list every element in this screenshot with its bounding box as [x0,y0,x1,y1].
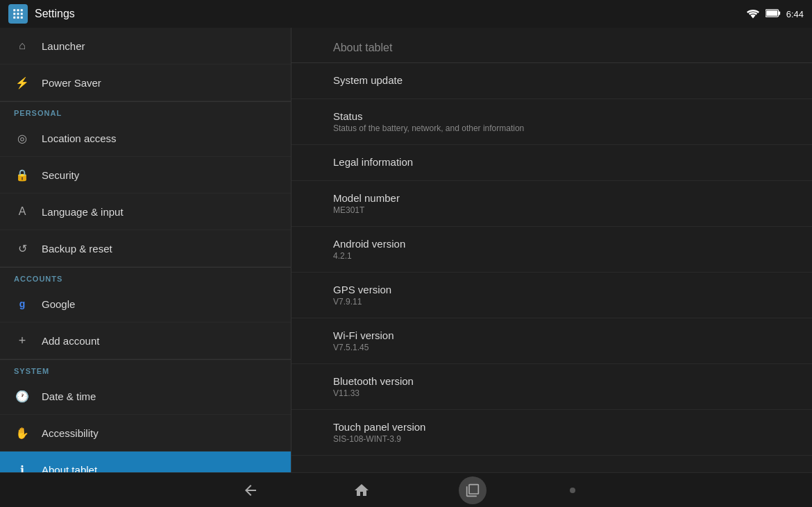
svg-rect-2 [766,10,777,16]
sidebar-item-power-saver-label: Power Saver [42,77,101,89]
content-item-model-number[interactable]: Model number ME301T [291,181,812,227]
sidebar-item-launcher[interactable]: ⌂ Launcher [0,28,291,65]
backup-icon: ↺ [14,240,31,257]
sidebar-item-about-tablet-label: About tablet [42,464,97,473]
accessibility-icon: ✋ [14,424,31,441]
sidebar-item-power-saver[interactable]: ⚡ Power Saver [0,65,291,101]
power-icon: ⚡ [14,74,31,91]
settings-app-icon [8,4,28,24]
gps-version-value: V7.9.11 [333,297,770,307]
wifi-icon [746,8,760,21]
sidebar-item-add-account[interactable]: + Add account [0,323,291,359]
sidebar-item-accessibility-label: Accessibility [42,427,99,439]
status-icons: 6:44 [746,8,804,21]
system-update-title: System update [333,74,770,86]
touch-panel-version-value: SIS-108-WINT-3.9 [333,434,770,444]
section-system: SYSTEM [0,359,291,378]
top-bar: Settings 6:44 [0,0,812,28]
bluetooth-version-value: V11.33 [333,388,770,398]
content-item-status[interactable]: Status Status of the battery, network, a… [291,99,812,145]
android-version-value: 4.2.1 [333,251,770,261]
app-title: Settings [35,8,75,20]
sidebar-item-security[interactable]: 🔒 Security [0,157,291,194]
content-area: About tablet System update Status Status… [291,28,812,472]
status-title: Status [333,110,770,122]
touch-panel-version-title: Touch panel version [333,421,770,433]
sidebar-item-date-time[interactable]: 🕐 Date & time [0,378,291,415]
content-item-legal-information[interactable]: Legal information [291,145,812,181]
section-accounts: ACCOUNTS [0,267,291,286]
status-subtitle: Status of the battery, network, and othe… [333,123,770,133]
sidebar-item-backup-label: Backup & reset [42,243,112,255]
gps-version-title: GPS version [333,284,770,295]
keyboard-icon: A [14,203,31,220]
android-version-title: Android version [333,238,770,250]
content-item-android-version[interactable]: Android version 4.2.1 [291,227,812,273]
wifi-version-title: Wi-Fi version [333,329,770,341]
legal-information-title: Legal information [333,156,770,168]
content-title: About tablet [291,28,812,63]
nav-dot [570,488,575,493]
clock-icon: 🕐 [14,388,31,404]
model-number-title: Model number [333,192,770,204]
time-display: 6:44 [786,9,804,19]
home-button[interactable] [348,476,375,504]
sidebar-item-accessibility[interactable]: ✋ Accessibility [0,415,291,452]
info-icon: ℹ [14,461,31,472]
top-bar-left: Settings [8,4,746,24]
bluetooth-version-title: Bluetooth version [333,375,770,387]
google-icon: g [14,295,31,312]
model-number-value: ME301T [333,205,770,215]
content-item-touch-panel-version[interactable]: Touch panel version SIS-108-WINT-3.9 [291,410,812,456]
content-item-wifi-version[interactable]: Wi-Fi version V7.5.1.45 [291,318,812,364]
content-item-system-update[interactable]: System update [291,63,812,99]
sidebar-item-language-label: Language & input [42,206,124,218]
sidebar: ⌂ Launcher ⚡ Power Saver PERSONAL ◎ Loca… [0,28,291,472]
sidebar-item-about-tablet[interactable]: ℹ About tablet [0,452,291,472]
location-icon: ◎ [14,130,31,146]
content-item-bluetooth-version[interactable]: Bluetooth version V11.33 [291,364,812,410]
sidebar-item-security-label: Security [42,169,79,181]
sidebar-item-add-account-label: Add account [42,335,99,347]
home-icon: ⌂ [14,37,31,54]
bottom-nav [0,472,812,507]
wifi-version-value: V7.5.1.45 [333,343,770,352]
lock-icon: 🔒 [14,166,31,183]
back-button[interactable] [237,476,264,504]
sidebar-item-google[interactable]: g Google [0,286,291,323]
sidebar-item-language-input[interactable]: A Language & input [0,194,291,230]
svg-rect-1 [778,11,780,15]
sidebar-item-location-access[interactable]: ◎ Location access [0,120,291,157]
main-layout: ⌂ Launcher ⚡ Power Saver PERSONAL ◎ Loca… [0,28,812,472]
recents-button[interactable] [459,476,487,504]
section-personal: PERSONAL [0,101,291,120]
sidebar-item-launcher-label: Launcher [42,40,85,52]
add-icon: + [14,332,31,349]
sidebar-item-backup-reset[interactable]: ↺ Backup & reset [0,230,291,267]
sidebar-item-location-label: Location access [42,132,117,144]
sidebar-item-google-label: Google [42,298,75,310]
sidebar-item-date-time-label: Date & time [42,390,96,402]
battery-icon [766,8,781,20]
content-item-gps-version[interactable]: GPS version V7.9.11 [291,273,812,318]
